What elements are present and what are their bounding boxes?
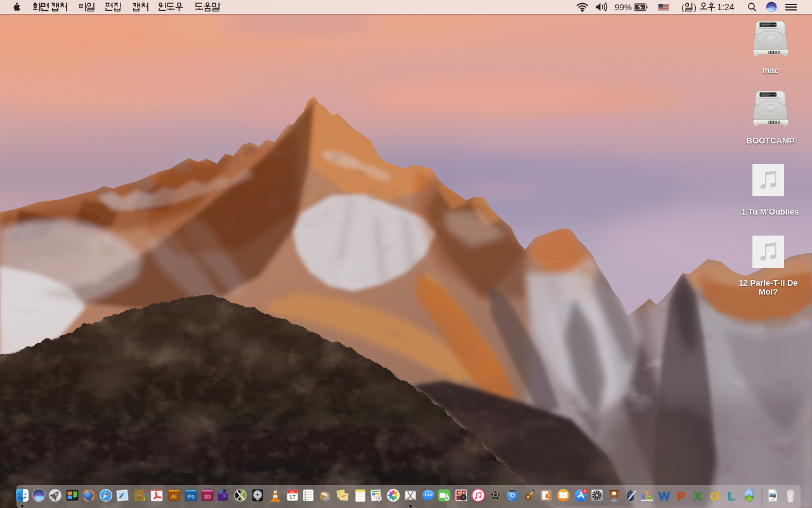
svg-text:6월: 6월 xyxy=(291,491,294,493)
svg-text:W: W xyxy=(658,490,670,503)
svg-text:mp4: mp4 xyxy=(771,498,775,501)
svg-text:1:24: 1:24 xyxy=(717,3,735,12)
svg-text:L: L xyxy=(728,490,735,503)
svg-text:(: ( xyxy=(681,3,684,12)
svg-text:Ai: Ai xyxy=(171,493,177,500)
svg-text:99%: 99% xyxy=(615,3,632,12)
svg-text:P: P xyxy=(678,490,686,503)
svg-text:17: 17 xyxy=(289,494,296,500)
svg-text:ID: ID xyxy=(204,493,211,500)
svg-text:Q: Q xyxy=(325,497,328,501)
svg-text:X: X xyxy=(694,490,702,503)
svg-text:): ) xyxy=(694,3,697,12)
svg-text:Ps: Ps xyxy=(187,493,195,500)
svg-text:O: O xyxy=(710,490,719,503)
svg-text:4: 4 xyxy=(584,489,586,493)
